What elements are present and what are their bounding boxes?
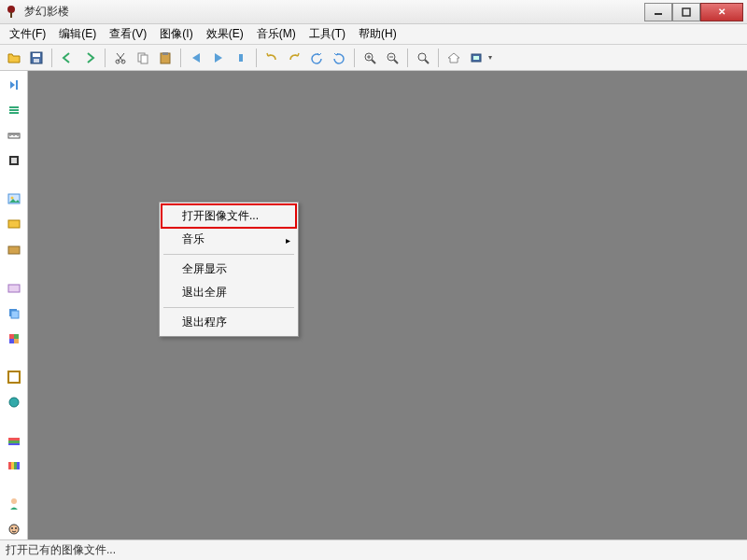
paste-icon[interactable]: [155, 48, 176, 68]
svg-rect-43: [11, 311, 19, 318]
svg-rect-39: [8, 220, 20, 228]
toolbar-separator: [256, 49, 257, 67]
svg-rect-28: [9, 112, 19, 114]
canvas-workspace[interactable]: 打开图像文件... 音乐▸ 全屏显示 退出全屏 退出程序: [28, 71, 747, 539]
ctx-fullscreen-label: 全屏显示: [182, 262, 227, 275]
svg-point-21: [418, 53, 426, 61]
side-gradient-icon[interactable]: [4, 430, 24, 450]
svg-point-0: [7, 6, 15, 13]
svg-rect-24: [473, 56, 479, 60]
menu-tools[interactable]: 工具(T): [303, 24, 351, 44]
window-title: 梦幻影楼: [24, 4, 644, 20]
svg-rect-40: [8, 246, 20, 254]
svg-point-60: [11, 527, 13, 529]
side-frame-icon[interactable]: [4, 367, 24, 386]
minimize-button[interactable]: [644, 3, 672, 21]
prev-icon[interactable]: [186, 48, 206, 68]
context-menu-separator: [163, 254, 294, 255]
side-effect-icon[interactable]: [4, 392, 24, 412]
zoom-fit-icon[interactable]: [413, 48, 433, 68]
menu-file[interactable]: 文件(F): [4, 24, 51, 44]
menu-edit[interactable]: 编辑(E): [53, 24, 102, 44]
svg-rect-49: [11, 374, 17, 380]
side-color1-icon[interactable]: [4, 215, 24, 234]
svg-rect-36: [11, 158, 17, 163]
redo-icon[interactable]: [284, 48, 304, 68]
svg-rect-10: [141, 55, 148, 63]
svg-rect-55: [11, 462, 14, 469]
svg-rect-57: [17, 462, 20, 469]
ctx-exit-app[interactable]: 退出程序: [162, 311, 296, 334]
ctx-fullscreen[interactable]: 全屏显示: [162, 258, 296, 281]
toolbar-separator: [51, 49, 52, 67]
play-icon[interactable]: [208, 48, 229, 68]
side-palette-icon[interactable]: [4, 278, 24, 298]
forward-icon[interactable]: [79, 48, 100, 68]
svg-rect-5: [33, 53, 40, 57]
copy-icon[interactable]: [133, 48, 153, 68]
svg-rect-52: [8, 441, 20, 443]
settings-dropdown[interactable]: ▾: [466, 48, 494, 68]
menu-help[interactable]: 帮助(H): [353, 24, 402, 44]
menu-image[interactable]: 图像(I): [154, 24, 198, 44]
status-bar: 打开已有的图像文件...: [0, 539, 747, 560]
undo-icon[interactable]: [261, 48, 282, 68]
svg-rect-56: [14, 462, 17, 469]
side-toolbar: [0, 71, 28, 539]
side-ruler-icon[interactable]: [4, 125, 24, 145]
settings-icon[interactable]: [466, 48, 486, 68]
dropdown-arrow-icon[interactable]: ▾: [486, 48, 494, 68]
svg-rect-12: [162, 52, 168, 55]
rotate-right-icon[interactable]: [329, 48, 349, 68]
next-icon[interactable]: [231, 48, 251, 68]
menu-effect[interactable]: 效果(E): [201, 24, 249, 44]
svg-rect-44: [9, 334, 14, 339]
back-icon[interactable]: [57, 48, 78, 68]
side-face-icon[interactable]: [4, 520, 24, 539]
ctx-music[interactable]: 音乐▸: [162, 228, 296, 251]
save-icon[interactable]: [26, 48, 47, 68]
side-expand-icon[interactable]: [4, 75, 24, 94]
side-layers-icon[interactable]: [4, 303, 24, 323]
side-film-icon[interactable]: [4, 151, 24, 171]
svg-line-22: [425, 60, 429, 63]
home-icon[interactable]: [444, 48, 464, 68]
svg-rect-1: [10, 12, 12, 18]
context-menu-separator: [163, 307, 294, 308]
ctx-exit-fullscreen[interactable]: 退出全屏: [162, 281, 296, 304]
cut-icon[interactable]: [110, 48, 131, 68]
ctx-exit-app-label: 退出程序: [182, 315, 227, 329]
svg-rect-54: [8, 462, 11, 469]
maximize-button[interactable]: [672, 3, 700, 21]
svg-rect-53: [8, 443, 20, 445]
zoom-out-icon[interactable]: [382, 48, 402, 68]
side-color2-icon[interactable]: [4, 240, 24, 259]
side-list-icon[interactable]: [4, 100, 24, 119]
toolbar-separator: [407, 49, 408, 67]
menu-view[interactable]: 查看(V): [104, 24, 152, 44]
client-area: 打开图像文件... 音乐▸ 全屏显示 退出全屏 退出程序: [0, 71, 747, 539]
side-person-icon[interactable]: [4, 495, 24, 514]
side-image-icon[interactable]: [4, 189, 24, 209]
side-squares-icon[interactable]: [4, 329, 24, 348]
svg-point-50: [9, 398, 19, 407]
svg-rect-3: [683, 8, 690, 16]
ctx-open-image[interactable]: 打开图像文件...: [162, 204, 296, 228]
zoom-in-icon[interactable]: [359, 48, 380, 68]
open-icon[interactable]: [4, 48, 24, 68]
svg-rect-27: [9, 109, 19, 111]
app-icon: [4, 5, 19, 20]
close-button[interactable]: ✕: [700, 3, 743, 21]
svg-rect-51: [8, 438, 20, 441]
svg-line-15: [372, 60, 375, 63]
menu-music[interactable]: 音乐(M): [251, 24, 302, 44]
svg-rect-46: [9, 339, 14, 343]
toolbar-separator: [180, 49, 181, 67]
rotate-left-icon[interactable]: [306, 48, 327, 68]
svg-rect-45: [14, 334, 19, 339]
svg-rect-6: [34, 59, 39, 63]
menu-bar: 文件(F) 编辑(E) 查看(V) 图像(I) 效果(E) 音乐(M) 工具(T…: [0, 24, 747, 45]
toolbar-separator: [354, 49, 355, 67]
ctx-exit-fullscreen-label: 退出全屏: [182, 286, 227, 299]
side-rainbow-icon[interactable]: [4, 456, 24, 476]
